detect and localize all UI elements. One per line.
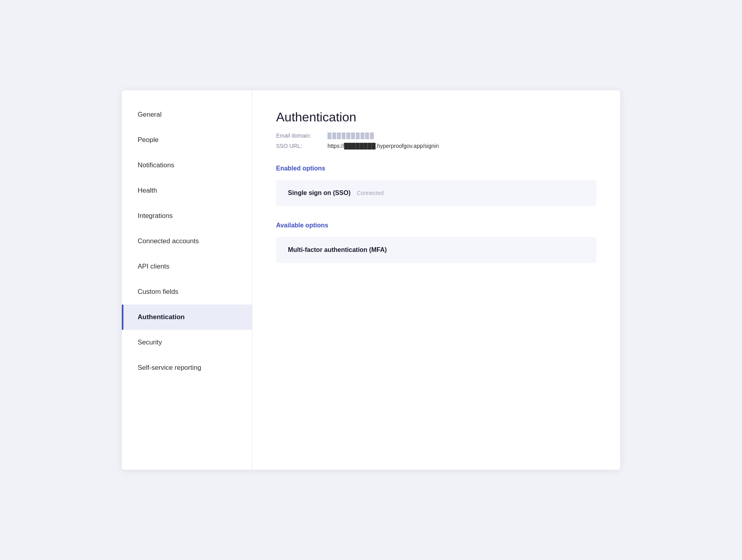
email-domain-value: ██████████ — [327, 132, 375, 139]
available-options-title: Available options — [276, 222, 596, 229]
sidebar-item-health[interactable]: Health — [122, 178, 252, 203]
option-status: Connected — [357, 190, 384, 196]
email-domain-label: Email domain: — [276, 132, 327, 139]
option-name: Multi-factor authentication (MFA) — [288, 246, 387, 254]
sso-url-value: https://████████.hyperproofgov.app/signi… — [327, 143, 439, 149]
enabled-options-list: Single sign on (SSO)Connected — [276, 180, 596, 206]
option-name: Single sign on (SSO) — [288, 189, 350, 197]
sidebar-item-people[interactable]: People — [122, 127, 252, 153]
available-options-list: Multi-factor authentication (MFA) — [276, 237, 596, 263]
sso-url-label: SSO URL: — [276, 143, 327, 149]
sidebar-item-general[interactable]: General — [122, 102, 252, 127]
sidebar-item-security[interactable]: Security — [122, 330, 252, 355]
enabled-options-title: Enabled options — [276, 165, 596, 172]
email-domain-row: Email domain: ██████████ — [276, 132, 596, 139]
available-option-card[interactable]: Multi-factor authentication (MFA) — [276, 237, 596, 263]
sidebar-item-custom-fields[interactable]: Custom fields — [122, 279, 252, 305]
app-container: GeneralPeopleNotificationsHealthIntegrat… — [122, 90, 620, 470]
sidebar-item-integrations[interactable]: Integrations — [122, 203, 252, 229]
sidebar-item-connected-accounts[interactable]: Connected accounts — [122, 229, 252, 254]
page-title: Authentication — [276, 110, 596, 125]
sidebar-item-notifications[interactable]: Notifications — [122, 153, 252, 178]
sidebar-item-self-service-reporting[interactable]: Self-service reporting — [122, 355, 252, 380]
main-content: Authentication Email domain: ██████████ … — [252, 90, 620, 470]
sidebar-item-authentication[interactable]: Authentication — [122, 305, 252, 330]
enabled-option-card[interactable]: Single sign on (SSO)Connected — [276, 180, 596, 206]
sidebar-item-api-clients[interactable]: API clients — [122, 254, 252, 279]
sidebar: GeneralPeopleNotificationsHealthIntegrat… — [122, 90, 252, 470]
sso-url-row: SSO URL: https://████████.hyperproofgov.… — [276, 143, 596, 149]
